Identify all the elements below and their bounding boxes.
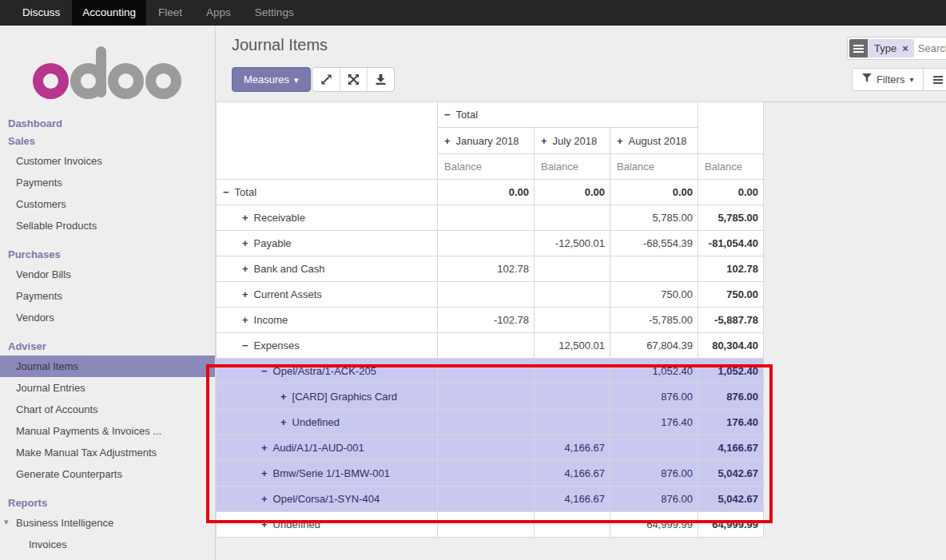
sidebar-item-journal-entries[interactable]: Journal Entries: [0, 377, 215, 399]
swap-axes-button[interactable]: [340, 68, 367, 91]
expand-icon[interactable]: +: [242, 263, 248, 275]
close-icon[interactable]: ×: [900, 39, 914, 58]
cell-label: Payable: [254, 237, 292, 249]
pivot-row-undefined: +Undefined176.40176.40: [217, 410, 764, 435]
pivot-row-label[interactable]: +Income: [217, 308, 438, 333]
nav-item-apps[interactable]: Apps: [194, 0, 243, 26]
pivot-cell: [535, 359, 610, 384]
pivot-row-receivable: +Receivable5,785.005,785.00: [217, 205, 764, 231]
sidebar-item-payments[interactable]: Payments: [0, 172, 215, 193]
expand-icon[interactable]: +: [242, 212, 248, 224]
sidebar-item-sales[interactable]: Sales: [0, 133, 215, 150]
expand-icon[interactable]: +: [261, 467, 268, 479]
expand-icon[interactable]: +: [541, 135, 547, 147]
pivot-row-label[interactable]: +Undefined: [217, 512, 438, 538]
sidebar-item-chart-of-accounts[interactable]: Chart of Accounts: [0, 399, 215, 420]
nav-item-accounting[interactable]: Accounting: [72, 0, 146, 26]
expand-icon[interactable]: +: [261, 493, 268, 505]
collapse-icon[interactable]: −: [444, 109, 451, 121]
expand-icon[interactable]: +: [280, 416, 287, 428]
pivot-row-label[interactable]: +Bank and Cash: [217, 256, 438, 282]
nav-item-fleet[interactable]: Fleet: [146, 0, 194, 26]
cell-label: Opel/Corsa/1-SYN-404: [273, 493, 380, 505]
page-title: Journal Items: [232, 36, 328, 54]
pivot-measure-header[interactable]: Balance: [610, 154, 698, 180]
pivot-cell: 5,042.67: [698, 487, 764, 512]
collapse-icon[interactable]: −: [261, 365, 268, 377]
collapse-icon[interactable]: −: [242, 340, 248, 351]
pivot-row-label[interactable]: +Undefined: [217, 410, 438, 435]
pivot-row-label[interactable]: −Opel/Astra/1-ACK-205: [217, 359, 438, 384]
nav-item-discuss[interactable]: Discuss: [10, 0, 72, 26]
sidebar-item-customers[interactable]: Customers: [0, 193, 215, 215]
cell-label: Total: [235, 186, 256, 198]
pivot-row-label[interactable]: +Opel/Corsa/1-SYN-404: [217, 487, 438, 512]
pivot-cell: [438, 282, 535, 308]
pivot-cell: [535, 256, 610, 282]
expand-icon[interactable]: +: [261, 442, 268, 454]
sidebar-item-invoices[interactable]: Invoices: [0, 534, 215, 555]
pivot-row-label[interactable]: +Bmw/Serie 1/1-BMW-001: [217, 461, 438, 487]
expand-icon[interactable]: +: [242, 288, 248, 300]
sidebar-item-label: Invoices: [29, 538, 67, 550]
pivot-col-header-august-2018[interactable]: +August 2018: [610, 128, 698, 154]
pivot-cell: 876.00: [698, 384, 764, 410]
expand-icon[interactable]: +: [444, 135, 451, 147]
sidebar-item-dashboard[interactable]: Dashboard: [0, 115, 215, 133]
sidebar-item-manual-payments-invoices[interactable]: Manual Payments & Invoices ...: [0, 420, 215, 442]
expand-icon[interactable]: +: [242, 237, 248, 249]
pivot-col-header-july-2018[interactable]: +July 2018: [535, 128, 610, 154]
sidebar-item-business-intelligence[interactable]: ▾Business Intelligence: [0, 512, 215, 534]
pivot-table: −Total+January 2018+July 2018+August 201…: [216, 101, 764, 538]
pivot-row-label[interactable]: +Current Assets: [217, 282, 438, 308]
pivot-measure-header[interactable]: Balance: [535, 154, 610, 180]
pivot-cell: 876.00: [610, 384, 698, 410]
sidebar-item-journal-items[interactable]: Journal Items: [0, 355, 215, 377]
expand-icon[interactable]: +: [617, 135, 623, 147]
pivot-row-card-graphics-card: +[CARD] Graphics Card876.00876.00: [217, 384, 764, 410]
pivot-cell: [535, 282, 610, 308]
pivot-row-label[interactable]: +Receivable: [217, 205, 438, 231]
pivot-cell: [438, 384, 535, 410]
sidebar-item-purchases[interactable]: Purchases: [0, 246, 215, 264]
expand-icon[interactable]: +: [242, 314, 248, 326]
expand-icon: [320, 73, 332, 85]
expand-icon[interactable]: +: [280, 391, 287, 403]
pivot-measure-header[interactable]: Balance: [698, 154, 764, 180]
sidebar-item-vendors[interactable]: Vendors: [0, 307, 215, 328]
download-icon: [375, 73, 387, 85]
sidebar-item-adviser[interactable]: Adviser: [0, 338, 215, 355]
expand-icon[interactable]: +: [261, 518, 268, 530]
sidebar-item-sellable-products[interactable]: Sellable Products: [0, 215, 215, 236]
pivot-measure-header[interactable]: Balance: [438, 154, 535, 180]
download-button[interactable]: [367, 68, 394, 91]
sidebar-item-payments[interactable]: Payments: [0, 285, 215, 307]
pivot-row-label[interactable]: +Payable: [217, 231, 438, 256]
filters-button[interactable]: Filters ▾: [853, 69, 923, 90]
cell-label: Current Assets: [254, 288, 322, 300]
pivot-row-label[interactable]: −Expenses: [217, 333, 438, 359]
pivot-col-group-total[interactable]: −Total: [438, 102, 698, 128]
pivot-col-header-january-2018[interactable]: +January 2018: [438, 128, 535, 154]
search-facet[interactable]: Type ×: [849, 39, 914, 58]
pivot-cell: [535, 205, 610, 231]
sidebar-item-vendor-bills[interactable]: Vendor Bills: [0, 264, 215, 285]
collapse-icon[interactable]: −: [223, 186, 229, 198]
sidebar-item-generate-counterparts[interactable]: Generate Counterparts: [0, 463, 215, 485]
sidebar-item-customer-invoices[interactable]: Customer Invoices: [0, 150, 215, 172]
sidebar-item-reports[interactable]: Reports: [0, 494, 215, 512]
group-by-button[interactable]: Group By: [923, 69, 946, 90]
cell-label: Expenses: [254, 340, 300, 351]
cell-label: January 2018: [456, 135, 519, 147]
pivot-row-label[interactable]: +Audi/A1/1-AUD-001: [217, 435, 438, 461]
expand-button[interactable]: [312, 68, 340, 91]
nav-item-settings[interactable]: Settings: [243, 0, 306, 26]
pivot-cell: -12,500.01: [535, 231, 610, 256]
pivot-row-label[interactable]: +[CARD] Graphics Card: [217, 384, 438, 410]
search-input[interactable]: [914, 42, 946, 54]
pivot-cell: 12,500.01: [535, 333, 610, 359]
pivot-row-current-assets: +Current Assets750.00750.00: [217, 282, 764, 308]
sidebar-item-make-manual-tax-adjustments[interactable]: Make Manual Tax Adjustments: [0, 442, 215, 463]
pivot-row-label[interactable]: −Total: [217, 180, 438, 205]
measures-button[interactable]: Measures▾: [232, 67, 311, 92]
